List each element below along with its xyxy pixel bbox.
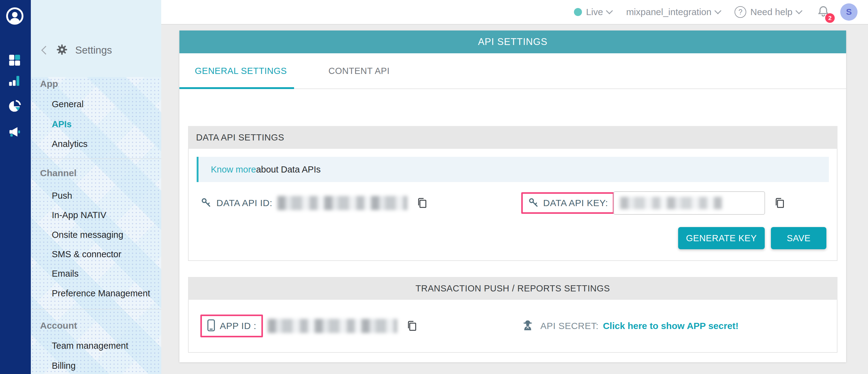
data-api-key-redacted-value [620, 197, 722, 209]
project-dropdown[interactable]: mixpanel_integration [626, 7, 720, 17]
show-app-secret-link[interactable]: Click here to show APP secret! [603, 321, 739, 331]
brand-logo-icon[interactable] [6, 7, 24, 26]
chevron-down-icon [714, 7, 721, 14]
app-id-redacted-value [268, 319, 397, 333]
data-api-key-label: DATA API KEY: [543, 198, 608, 208]
sidebar-item-push[interactable]: Push [52, 191, 72, 201]
know-more-link[interactable]: Know more [211, 165, 256, 175]
sidebar-item-onsite-messaging[interactable]: Onsite messaging [52, 230, 123, 240]
page-title: API SETTINGS [179, 31, 846, 53]
tab-bar: GENERAL SETTINGS CONTENT API [179, 53, 846, 89]
need-help-dropdown[interactable]: ? Need help [735, 6, 801, 18]
segments-pie-icon[interactable] [7, 99, 22, 114]
tab-content-api[interactable]: CONTENT API [329, 66, 390, 76]
know-more-banner: Know more about Data APIs [197, 157, 829, 182]
data-api-settings-heading: DATA API SETTINGS [188, 126, 837, 149]
api-settings-card: API SETTINGS GENERAL SETTINGS CONTENT AP… [179, 31, 846, 362]
sidebar-title: Settings [75, 44, 112, 56]
icon-rail [0, 0, 31, 374]
api-secret-row: API SECRET: Click here to show APP secre… [521, 319, 739, 333]
sidebar-item-general[interactable]: General [52, 99, 84, 109]
app-screen: Settings App General APIs Analytics Chan… [0, 0, 868, 374]
key-icon [528, 197, 539, 209]
copy-data-api-key-icon[interactable] [773, 197, 786, 209]
notification-count-badge: 2 [825, 13, 835, 23]
sidebar-item-apis[interactable]: APIs [52, 119, 71, 129]
chevron-down-icon [796, 7, 803, 14]
sidebar-divider [31, 158, 161, 159]
live-status-dot [574, 8, 582, 16]
chevron-down-icon [606, 7, 613, 14]
gear-icon [56, 44, 68, 57]
sidebar-header: Settings [31, 0, 161, 77]
transaction-push-section: TRANSACTION PUSH / REPORTS SETTINGS APP … [188, 277, 837, 353]
data-api-id-redacted-value [277, 196, 407, 210]
sidebar-item-analytics[interactable]: Analytics [52, 139, 88, 149]
active-tab-underline [179, 87, 294, 89]
analytics-bars-icon[interactable] [7, 74, 21, 89]
sidebar-item-emails[interactable]: Emails [52, 269, 79, 279]
sidebar-section-app: App [40, 78, 58, 89]
app-id-row: APP ID : [200, 314, 418, 337]
transaction-push-heading: TRANSACTION PUSH / REPORTS SETTINGS [188, 277, 837, 300]
dashboard-grid-icon[interactable] [7, 53, 22, 68]
sidebar-item-billing[interactable]: Billing [52, 361, 75, 371]
sidebar-item-preference-management[interactable]: Preference Management [52, 288, 150, 299]
key-icon [200, 197, 212, 209]
top-bar: Live mixpanel_integration ? Need help 2 … [161, 0, 868, 25]
copy-data-api-id-icon[interactable] [415, 197, 429, 209]
spy-secret-icon [521, 319, 534, 333]
tab-general-settings[interactable]: GENERAL SETTINGS [195, 66, 287, 76]
banner-text: about Data APIs [256, 165, 321, 175]
data-api-id-label: DATA API ID: [216, 198, 273, 208]
generate-key-button[interactable]: GENERATE KEY [678, 227, 765, 249]
sidebar-section-channel: Channel [40, 168, 76, 178]
data-api-key-input[interactable] [613, 191, 765, 215]
help-question-icon: ? [735, 6, 746, 18]
data-api-key-row: DATA API KEY: [521, 191, 786, 215]
sidebar-item-inapp-nativ[interactable]: In-App NATIV [52, 210, 106, 220]
environment-dropdown[interactable]: Live [574, 7, 612, 17]
data-api-id-row: DATA API ID: [200, 196, 429, 210]
notifications-button[interactable]: 2 [817, 5, 830, 19]
need-help-label: Need help [750, 7, 793, 17]
app-id-label: APP ID : [220, 321, 256, 331]
data-api-settings-section: DATA API SETTINGS Know more about Data A… [188, 126, 837, 261]
copy-app-id-icon[interactable] [405, 319, 418, 332]
data-api-key-highlight-box: DATA API KEY: [521, 192, 614, 214]
sidebar-section-account: Account [40, 320, 77, 331]
settings-sidebar: Settings App General APIs Analytics Chan… [31, 0, 161, 374]
user-avatar[interactable]: S [840, 3, 858, 21]
save-button[interactable]: SAVE [771, 227, 827, 249]
app-id-highlight-box: APP ID : [200, 314, 263, 337]
api-secret-label: API SECRET: [540, 321, 598, 331]
sidebar-divider [31, 309, 161, 310]
project-name: mixpanel_integration [626, 7, 711, 17]
environment-label: Live [586, 7, 603, 17]
campaigns-megaphone-icon[interactable] [7, 125, 22, 140]
smartphone-icon [207, 319, 215, 333]
sidebar-item-team-management[interactable]: Team management [52, 341, 128, 351]
back-chevron-icon[interactable] [41, 46, 50, 55]
sidebar-item-sms-connector[interactable]: SMS & connector [52, 249, 121, 260]
